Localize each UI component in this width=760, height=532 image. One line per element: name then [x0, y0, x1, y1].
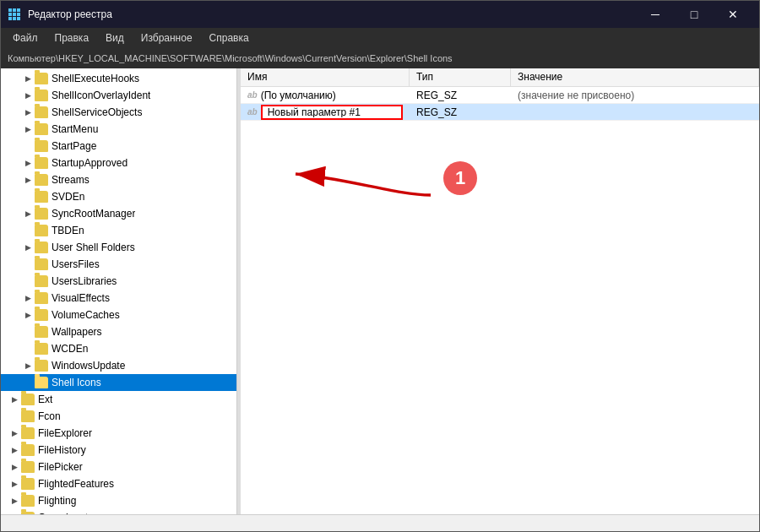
tree-label: FilePicker	[38, 461, 83, 473]
tree-item-file-history[interactable]: ▶ FileHistory	[1, 442, 236, 459]
tree-item-file-picker[interactable]: ▶ FilePicker	[1, 459, 236, 475]
tree-item-svden[interactable]: SVDEn	[1, 188, 236, 205]
tree-label: FileHistory	[38, 444, 86, 456]
tree-label: Shell Icons	[52, 377, 101, 388]
folder-icon	[21, 512, 35, 514]
expand-arrow: ▶	[8, 494, 21, 508]
tree-label: SyncRootManager	[52, 208, 135, 220]
expand-arrow: ▶	[21, 173, 35, 187]
cell-value-default: (значение не присвоено)	[511, 88, 759, 103]
title-bar: Редактор реестра ─ □ ✕	[1, 1, 759, 28]
folder-icon	[21, 495, 35, 507]
ab-icon: ab	[247, 107, 258, 117]
tree-label: Flighting	[38, 495, 76, 507]
tree-item-start-menu[interactable]: ▶ StartMenu	[1, 121, 236, 138]
tree-item-flighting[interactable]: ▶ Flighting	[1, 492, 236, 509]
tree-item-flighted-features[interactable]: ▶ FlightedFeatures	[1, 475, 236, 492]
tree-item-volume-caches[interactable]: ▶ VolumeCaches	[1, 307, 236, 323]
folder-icon	[21, 444, 35, 456]
tree-item-user-shell-folders[interactable]: ▶ User Shell Folders	[1, 239, 236, 256]
expand-arrow: ▶	[8, 460, 21, 474]
tree-item-streams[interactable]: ▶ Streams	[1, 171, 236, 188]
folder-icon	[35, 360, 48, 372]
tree-item-users-files[interactable]: UsersFiles	[1, 256, 236, 273]
expand-arrow: ▶	[21, 291, 35, 305]
tree-item-fcon[interactable]: Fcon	[1, 408, 236, 425]
tree-item-shell-icons[interactable]: Shell Icons	[1, 374, 236, 391]
tree-label: Wallpapers	[52, 326, 102, 338]
app-icon	[8, 8, 21, 21]
expand-arrow	[21, 190, 35, 204]
tree-item-shell-service-objects[interactable]: ▶ ShellServiceObjects	[1, 104, 236, 121]
cell-name-new-param: ab	[241, 103, 410, 122]
tree-label: ShellIconOverlayIdent	[52, 90, 150, 101]
folder-icon	[35, 258, 48, 270]
folder-icon	[35, 225, 48, 236]
expand-arrow: ▶	[21, 89, 35, 102]
tree-label: UsersFiles	[52, 258, 100, 270]
tree-item-file-explorer[interactable]: ▶ FileExplorer	[1, 425, 236, 442]
file-menu-item[interactable]: Файл	[4, 30, 46, 46]
tree-label: UsersLibraries	[52, 275, 117, 287]
cell-name-default: ab (По умолчанию)	[241, 88, 410, 103]
expand-arrow: ▶	[21, 308, 35, 322]
expand-arrow	[8, 410, 21, 423]
expand-arrow: ▶	[21, 156, 35, 170]
tree-item-start-page[interactable]: StartPage	[1, 138, 236, 155]
tree-item-sync-root[interactable]: ▶ SyncRootManager	[1, 205, 236, 222]
tree-item-shell-icon-overlay[interactable]: ▶ ShellIconOverlayIdent	[1, 87, 236, 104]
col-header-value: Значение	[511, 68, 759, 86]
view-menu-item[interactable]: Вид	[97, 30, 133, 46]
folder-icon	[35, 275, 48, 287]
folder-icon	[35, 326, 48, 338]
folder-icon	[21, 427, 35, 439]
edit-name-input[interactable]	[266, 107, 398, 117]
tree-label: Streams	[52, 174, 90, 186]
right-panel: Имя Тип Значение ab (По умолчанию) REG_S…	[241, 68, 759, 514]
tree-label: FlightedFeatures	[38, 478, 114, 490]
address-bar: Компьютер\HKEY_LOCAL_MACHINE\SOFTWARE\Mi…	[1, 48, 759, 68]
expand-arrow	[21, 342, 35, 356]
tree-item-ext[interactable]: ▶ Ext	[1, 391, 236, 408]
tree-item-wallpapers[interactable]: Wallpapers	[1, 323, 236, 340]
expand-arrow: ▶	[8, 443, 21, 457]
tree-label: Fcon	[38, 410, 61, 422]
folder-icon	[35, 174, 48, 186]
edit-menu-item[interactable]: Правка	[46, 30, 98, 46]
window-title: Редактор реестра	[28, 8, 636, 20]
expand-arrow: ▶	[21, 241, 35, 254]
tree-label: User Shell Folders	[52, 242, 135, 253]
folder-icon	[21, 478, 35, 490]
tree-item-windows-update[interactable]: ▶ WindowsUpdate	[1, 357, 236, 374]
data-rows[interactable]: ab (По умолчанию) REG_SZ (значение не пр…	[241, 87, 759, 514]
tree-label: Ext	[38, 394, 52, 405]
folder-icon	[21, 394, 35, 405]
tree-item-startup-approved[interactable]: ▶ StartupApproved	[1, 155, 236, 171]
expand-arrow: ▶	[8, 477, 21, 491]
favorites-menu-item[interactable]: Избранное	[133, 30, 201, 46]
tree-panel[interactable]: ▶ ShellExecuteHooks ▶ ShellIconOverlayId…	[1, 68, 237, 514]
help-menu-item[interactable]: Справка	[201, 30, 258, 46]
folder-icon	[21, 461, 35, 473]
tree-label: VolumeCaches	[52, 309, 120, 321]
registry-row-default[interactable]: ab (По умолчанию) REG_SZ (значение не пр…	[241, 87, 759, 104]
registry-editor-window: Редактор реестра ─ □ ✕ Файл Правка Вид И…	[0, 0, 760, 532]
registry-row-new-param[interactable]: ab REG_SZ	[241, 104, 759, 121]
tree-item-users-libraries[interactable]: UsersLibraries	[1, 273, 236, 290]
minimize-button[interactable]: ─	[636, 1, 675, 28]
tree-item-wcden[interactable]: WCDEn	[1, 340, 236, 357]
expand-arrow: ▶	[21, 122, 35, 136]
folder-icon	[35, 377, 48, 388]
tree-item-shell-execute-hooks[interactable]: ▶ ShellExecuteHooks	[1, 70, 236, 87]
maximize-button[interactable]: □	[675, 1, 714, 28]
close-button[interactable]: ✕	[714, 1, 752, 28]
tree-item-visual-effects[interactable]: ▶ VisualEffects	[1, 290, 236, 307]
tree-label: StartMenu	[52, 123, 98, 135]
folder-icon	[21, 410, 35, 422]
folder-icon	[35, 73, 48, 84]
tree-label: TBDEn	[52, 225, 84, 236]
edit-name-box[interactable]	[261, 105, 403, 120]
main-content: ▶ ShellExecuteHooks ▶ ShellIconOverlayId…	[1, 68, 759, 514]
tree-item-tbden[interactable]: TBDEn	[1, 222, 236, 239]
tree-label: ShellServiceObjects	[52, 106, 142, 118]
